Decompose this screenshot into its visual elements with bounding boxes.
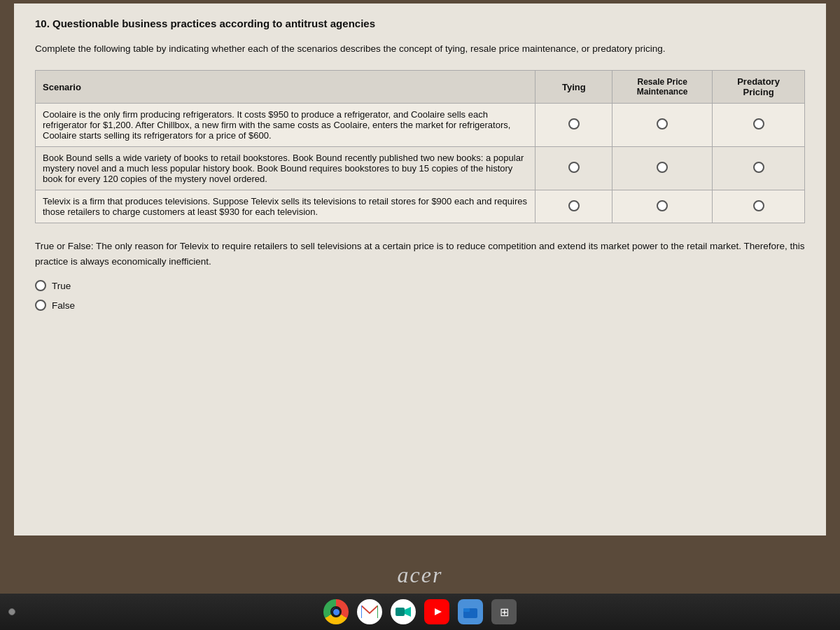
calculator-icon[interactable]: ⊞: [491, 599, 517, 624]
false-radio[interactable]: [35, 300, 46, 311]
row1-resale-cell: [612, 104, 713, 147]
table-row: Televix is a firm that produces televisi…: [36, 190, 805, 223]
chrome-icon[interactable]: [323, 599, 349, 624]
row3-resale-cell: [612, 190, 713, 223]
meet-icon[interactable]: [391, 599, 416, 624]
scenarios-table: Scenario Tying Resale PriceMaintenance P…: [35, 70, 805, 223]
resale-price-header: Resale PriceMaintenance: [612, 71, 713, 104]
false-option[interactable]: False: [35, 300, 805, 311]
instructions: Complete the following table by indicati…: [35, 42, 805, 56]
row3-tying-radio[interactable]: [568, 200, 580, 211]
question-title: 10. Questionable business practices acco…: [35, 18, 805, 29]
power-indicator: [8, 608, 15, 615]
scenario-1-text: Coolaire is the only firm producing refr…: [36, 104, 536, 147]
taskbar: ⊞: [0, 594, 840, 630]
tying-header: Tying: [536, 71, 612, 104]
row3-tying-cell: [536, 190, 612, 223]
true-false-section: True or False: The only reason for Telev…: [35, 239, 805, 311]
row2-tying-radio[interactable]: [568, 162, 580, 173]
true-option[interactable]: True: [35, 280, 805, 291]
row2-predatory-cell: [713, 147, 805, 190]
scenario-2-text: Book Bound sells a wide variety of books…: [36, 147, 536, 190]
table-row: Book Bound sells a wide variety of books…: [36, 147, 805, 190]
row3-predatory-cell: [713, 190, 805, 223]
row1-tying-radio[interactable]: [568, 118, 580, 130]
row2-resale-radio[interactable]: [657, 162, 668, 173]
youtube-icon[interactable]: [424, 599, 449, 624]
true-false-question: True or False: The only reason for Telev…: [35, 239, 805, 269]
row2-tying-cell: [536, 147, 612, 190]
svg-marker-4: [405, 607, 411, 617]
true-label: True: [52, 281, 71, 291]
main-content: 10. Questionable business practices acco…: [14, 4, 826, 536]
true-radio[interactable]: [35, 280, 46, 291]
row1-resale-radio[interactable]: [657, 118, 668, 130]
files-icon[interactable]: [458, 599, 483, 624]
false-label: False: [52, 300, 75, 311]
scenario-3-text: Televix is a firm that produces televisi…: [36, 190, 536, 223]
row1-predatory-cell: [713, 104, 805, 147]
row3-predatory-radio[interactable]: [753, 200, 764, 211]
svg-rect-3: [396, 608, 405, 616]
svg-rect-8: [463, 608, 470, 612]
gmail-icon[interactable]: [357, 599, 382, 624]
row1-tying-cell: [536, 104, 612, 147]
row1-predatory-radio[interactable]: [753, 118, 764, 130]
predatory-header: PredatoryPricing: [713, 71, 805, 104]
row3-resale-radio[interactable]: [657, 200, 668, 211]
row2-resale-cell: [612, 147, 713, 190]
scenario-header: Scenario: [36, 71, 536, 104]
acer-logo: acer: [398, 562, 443, 588]
table-row: Coolaire is the only firm producing refr…: [36, 104, 805, 147]
row2-predatory-radio[interactable]: [753, 162, 764, 173]
